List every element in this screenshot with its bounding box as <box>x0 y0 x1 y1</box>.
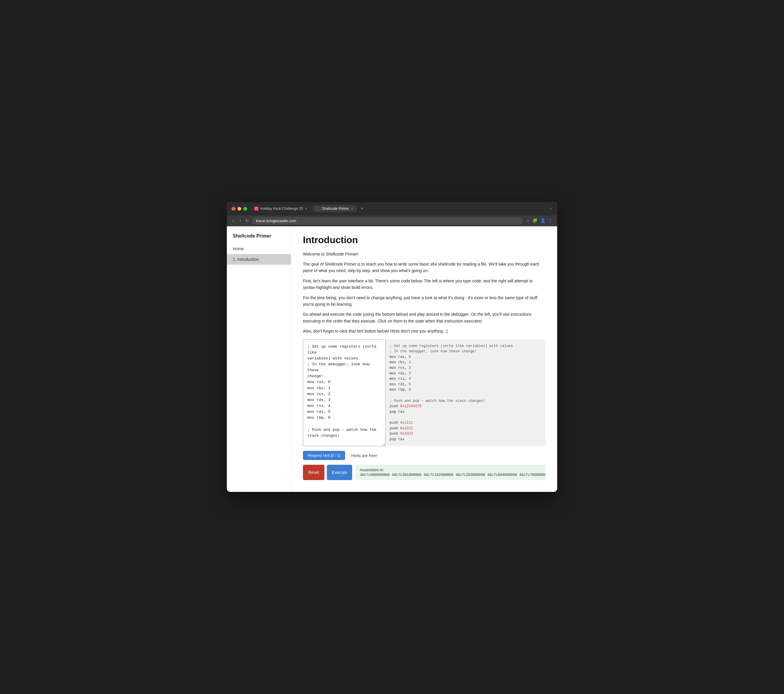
intro-paragraph-2: The goal of Shellcode Primer is to teach… <box>303 261 545 274</box>
page-title: Introduction <box>303 234 545 246</box>
hint-button[interactable]: Request Hint [0 / 1] <box>303 451 345 460</box>
window-controls: ⚬ <box>548 206 552 211</box>
new-tab-button[interactable]: + <box>359 205 366 213</box>
tab-shellcode-primer[interactable]: Shellcode Primer ✕ <box>313 205 357 212</box>
extensions-icon[interactable]: 🧩 <box>532 218 538 223</box>
close-button[interactable] <box>232 207 236 211</box>
intro-paragraph-4: For the time being, you don't need to ch… <box>303 295 545 308</box>
tab-bar: 🛡 Holiday Hack Challenge 20 ✕ Shellcode … <box>251 205 545 213</box>
intro-paragraph-6: Also, don't forget to click that hint bu… <box>303 328 545 334</box>
page-content: Introduction Welcome to Shellcode Primer… <box>291 226 557 492</box>
highlight-push-12345678: push 0x12345678 <box>390 404 422 408</box>
minimize-button[interactable] <box>237 207 241 211</box>
assembles-hex: 48c7c000000000 48c7c301000000 48c7c10200… <box>360 473 545 477</box>
highlight-line-mov-rax: mov rax, 0 <box>390 355 411 359</box>
sidebar-item-home-label: Home <box>233 246 244 251</box>
assembles-box: Assembles to: 48c7c000000000 48c7c301000… <box>356 465 545 480</box>
tab-favicon-ghost <box>316 206 320 211</box>
highlight-comment-1: ; Set up some registers (sorta like vari… <box>390 344 513 348</box>
toolbar-icons: ☆ 🧩 👤 ⋮ <box>526 218 552 223</box>
tab-holiday-hack[interactable]: 🛡 Holiday Hack Challenge 20 ✕ <box>251 205 311 212</box>
tab-label-shellcode-primer: Shellcode Primer <box>322 206 349 211</box>
highlight-push-3333: push 0x3333 <box>390 432 413 436</box>
sidebar-nav: Home 1. Introduction <box>227 244 291 265</box>
forward-button[interactable]: › <box>238 218 242 224</box>
sidebar-item-home[interactable]: Home <box>227 244 291 254</box>
highlight-line-mov-rbp: mov rbp, 6 <box>390 388 411 392</box>
highlight-pop-rax-2: pop rax <box>390 437 404 442</box>
code-editor[interactable]: ; Set up some registers (sorta like vari… <box>303 340 385 447</box>
main-content: Shellcode Primer Home 1. Introduction In… <box>227 226 557 492</box>
highlight-push-1111: push 0x1111 <box>390 421 413 425</box>
highlight-line-mov-rdi: mov rdi, 5 <box>390 382 411 387</box>
sidebar-item-introduction[interactable]: 1. Introduction <box>227 254 291 265</box>
sidebar: Shellcode Primer Home 1. Introduction <box>227 226 291 492</box>
bookmark-icon[interactable]: ☆ <box>526 218 530 223</box>
reset-button[interactable]: Reset <box>303 465 324 480</box>
highlight-line-mov-rdx: mov rdx, 3 <box>390 371 411 376</box>
hint-text: - Hints are free! <box>349 453 377 458</box>
highlight-comment-2: ; In the debugger, look how these change… <box>390 349 477 353</box>
title-bar: 🛡 Holiday Hack Challenge 20 ✕ Shellcode … <box>227 202 557 215</box>
highlight-line-mov-rbx: mov rbx, 1 <box>390 360 411 364</box>
tab-close-holiday-hack[interactable]: ✕ <box>305 207 307 211</box>
intro-paragraph-3: First, let's learn the user interface a … <box>303 278 545 291</box>
highlight-line-mov-rcx: mov rcx, 2 <box>390 366 411 370</box>
intro-paragraph-1: Welcome to Shellcode Primer! <box>303 251 545 257</box>
execute-row: Reset Execute Assembles to: 48c7c0000000… <box>303 465 545 480</box>
intro-paragraph-5: Go ahead and execute the code (using the… <box>303 311 545 324</box>
traffic-lights <box>232 207 247 211</box>
highlight-line-mov-rsi: mov rsi, 4 <box>390 377 411 381</box>
profile-icon[interactable]: 👤 <box>540 218 546 223</box>
tab-label-holiday-hack: Holiday Hack Challenge 20 <box>260 206 303 211</box>
code-highlighted: ; Set up some registers (sorta like vari… <box>385 340 545 447</box>
highlight-pop-rax-1: pop rax <box>390 410 404 414</box>
highlight-push-2222: push 0x2222 <box>390 426 413 430</box>
address-bar: ‹ › ↻ ☆ 🧩 👤 ⋮ <box>227 215 557 226</box>
back-button[interactable]: ‹ <box>232 218 236 224</box>
tab-close-shellcode-primer[interactable]: ✕ <box>351 207 353 211</box>
highlight-comment-push: ; Push and pop – watch how the stack cha… <box>390 399 485 403</box>
code-section: ; Set up some registers (sorta like vari… <box>303 340 545 447</box>
reload-button[interactable]: ↻ <box>245 218 249 223</box>
url-bar[interactable] <box>252 217 523 224</box>
browser-window: 🛡 Holiday Hack Challenge 20 ✕ Shellcode … <box>227 202 557 492</box>
tab-favicon-shield: 🛡 <box>254 206 259 211</box>
hint-row: Request Hint [0 / 1] - Hints are free! <box>303 451 545 460</box>
menu-icon[interactable]: ⋮ <box>548 218 552 223</box>
assembles-label: Assembles to: <box>360 468 541 472</box>
sidebar-title: Shellcode Primer <box>227 231 291 244</box>
maximize-button[interactable] <box>243 207 247 211</box>
execute-button[interactable]: Execute <box>327 465 352 480</box>
sidebar-item-introduction-label: 1. Introduction <box>233 257 259 262</box>
